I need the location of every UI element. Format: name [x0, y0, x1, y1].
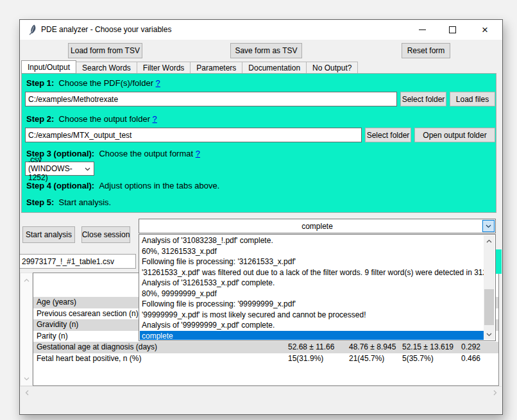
tab-input-output[interactable]: Input/Output — [21, 60, 76, 74]
teal-scrollbar-fragment — [496, 249, 502, 274]
status-dropdown-list: Analysis of '31083238_!.pdf' complete. 6… — [139, 234, 496, 341]
output-folder-input[interactable] — [25, 128, 362, 142]
chevron-up-icon — [24, 278, 30, 282]
log-item[interactable]: Analysis of '31261533_x.pdf' complete. — [140, 278, 484, 289]
row-label: Gravidity (n) — [37, 320, 78, 329]
chevron-down-icon — [486, 333, 492, 337]
row-label: Gestational age at diagnosis (days) — [37, 342, 157, 351]
step2-label: Step 2: Choose the output folder ? — [26, 114, 157, 124]
maximize-icon — [449, 26, 456, 33]
log-item[interactable]: '31261533_x.pdf' was filtered out due to… — [140, 267, 484, 278]
chevron-up-icon — [486, 239, 492, 243]
step2-bold: Step 2: — [26, 114, 54, 124]
chevron-right-icon — [493, 390, 497, 396]
app-window: PDE analyzer - Choose your variables × L… — [19, 19, 503, 415]
row-label: Previous cesarean section (n) — [37, 309, 139, 318]
step2-help-link[interactable]: ? — [153, 114, 157, 124]
scroll-left-button[interactable] — [21, 387, 32, 398]
pdf-path-input[interactable] — [25, 92, 397, 106]
row-label: Fetal heart beat positive, n (%) — [37, 354, 141, 363]
tab-parameters[interactable]: Parameters — [191, 62, 242, 74]
output-format-value: .csv (WINDOWS-1252) — [28, 155, 85, 182]
step1-select-folder-button[interactable]: Select folder — [400, 92, 446, 106]
load-files-button[interactable]: Load files — [450, 92, 495, 106]
table-row: Fetal heart beat positive, n (%) 15(31.9… — [33, 353, 498, 365]
log-item[interactable]: '99999999_x.pdf' is most likely secured … — [140, 310, 484, 321]
python-feather-icon — [28, 24, 37, 38]
close-session-button[interactable]: Close session — [81, 226, 130, 243]
chevron-down-icon — [24, 377, 30, 381]
table-row: Gestational age at diagnosis (days) 52.6… — [33, 342, 498, 353]
step4-label: Step 4 (optional): Adjust options in the… — [26, 181, 219, 190]
scroll-up-button[interactable] — [21, 274, 32, 285]
cell: 52.15 ± 13.619 — [402, 342, 453, 351]
step4-text: Adjust options in the tabs above. — [99, 181, 219, 190]
cell: 0.466 — [461, 354, 480, 363]
tab-filter-words[interactable]: Filter Words — [137, 62, 191, 74]
step1-bold: Step 1: — [26, 78, 54, 88]
step5-text: Start analysis. — [59, 197, 112, 207]
step5-bold: Step 5: — [26, 197, 54, 207]
cell: 5(35.7%) — [402, 354, 434, 363]
status-combobox[interactable]: complete — [139, 219, 496, 233]
step1-help-link[interactable]: ? — [156, 78, 160, 88]
minimize-button[interactable] — [407, 20, 437, 39]
load-form-tsv-button[interactable]: Load form from TSV — [68, 43, 142, 58]
scrollbar-thumb[interactable] — [484, 289, 494, 325]
tab-bar: Input/Output Search Words Filter Words P… — [21, 60, 358, 74]
start-analysis-button[interactable]: Start analysis — [22, 226, 75, 243]
step2-text: Choose the output folder — [59, 114, 150, 124]
step3-text: Choose the output format — [99, 149, 193, 158]
close-icon: × — [482, 24, 488, 35]
status-combobox-arrow[interactable] — [482, 220, 495, 232]
log-item[interactable]: Following file is processing: '31261533_… — [140, 256, 484, 267]
log-item[interactable]: Analysis of '31083238_!.pdf' complete. — [140, 235, 484, 246]
chevron-down-icon — [486, 224, 491, 228]
scroll-right-button[interactable] — [489, 387, 500, 398]
step1-text: Choose the PDF(s)/folder — [59, 78, 153, 88]
chevron-down-icon — [85, 164, 90, 173]
close-button[interactable]: × — [468, 20, 502, 39]
save-form-tsv-button[interactable]: Save form as TSV — [230, 43, 302, 58]
reset-form-button[interactable]: Reset form — [402, 43, 450, 58]
input-output-pane: Step 1: Choose the PDF(s)/folder ? Selec… — [21, 73, 496, 213]
cell: 0.292 — [461, 342, 480, 351]
tab-no-output[interactable]: No Output? — [307, 62, 358, 74]
cell: 52.68 ± 11.66 — [288, 342, 334, 351]
log-item[interactable]: 80%, 99999999_x.pdf — [140, 289, 484, 299]
step1-label: Step 1: Choose the PDF(s)/folder ? — [26, 78, 160, 88]
table-vertical-scrollbar[interactable] — [20, 273, 33, 386]
log-item[interactable]: 60%, 31261533_x.pdf — [140, 246, 484, 257]
row-label: Parity (n) — [37, 332, 68, 340]
title-bar: PDE analyzer - Choose your variables × — [20, 20, 502, 40]
current-output-file-field[interactable]: 29973177_!_#1_table1.csv — [20, 254, 136, 269]
row-label: Age (years) — [37, 298, 76, 307]
log-item[interactable]: Following file is processing: '99999999_… — [140, 299, 484, 310]
log-items: Analysis of '31083238_!.pdf' complete. 6… — [140, 235, 484, 340]
dropdown-scrollbar[interactable] — [484, 235, 495, 340]
minimize-icon — [419, 29, 426, 30]
status-combobox-value: complete — [301, 222, 333, 231]
scroll-down-button[interactable] — [21, 373, 32, 384]
cell: 21(45.7%) — [349, 354, 384, 363]
scroll-down-button[interactable] — [484, 329, 495, 340]
scroll-up-button[interactable] — [484, 235, 495, 246]
tab-documentation[interactable]: Documentation — [242, 62, 307, 74]
open-output-folder-button[interactable]: Open output folder — [414, 128, 495, 142]
output-format-select[interactable]: .csv (WINDOWS-1252) — [25, 162, 94, 176]
tab-search-words[interactable]: Search Words — [76, 62, 137, 74]
log-item[interactable]: Analysis of '99999999_x.pdf' complete. — [140, 320, 484, 331]
window-title: PDE analyzer - Choose your variables — [41, 25, 171, 34]
maximize-button[interactable] — [437, 20, 467, 39]
step2-select-folder-button[interactable]: Select folder — [365, 128, 411, 142]
cell: 15(31.9%) — [288, 354, 323, 363]
step3-help-link[interactable]: ? — [196, 149, 200, 158]
chevron-left-icon — [25, 390, 29, 396]
table-horizontal-scrollbar[interactable] — [20, 386, 502, 398]
step4-bold: Step 4 (optional): — [26, 181, 94, 190]
step5-label: Step 5: Start analysis. — [26, 197, 111, 207]
cell: 48.76 ± 8.945 — [349, 342, 396, 351]
log-item-selected[interactable]: complete — [140, 331, 484, 340]
